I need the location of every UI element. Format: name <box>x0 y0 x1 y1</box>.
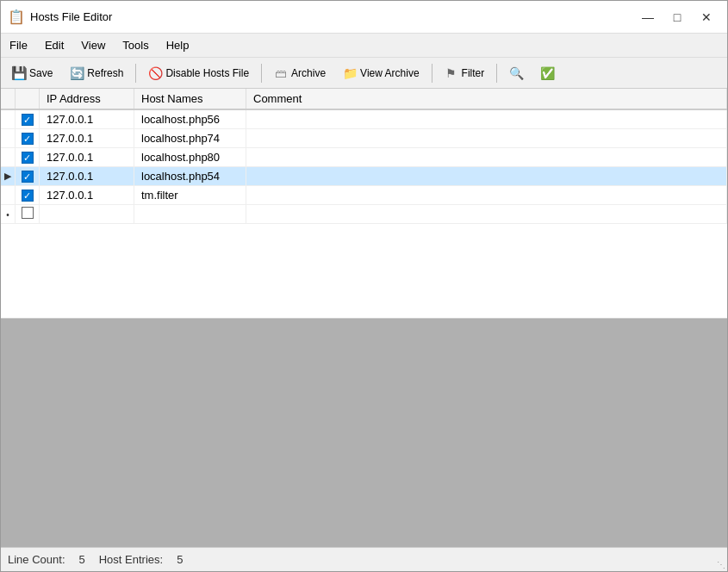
row-indicator-cell <box>1 186 16 205</box>
maximize-button[interactable]: □ <box>663 5 691 29</box>
row-hosts <box>134 205 246 224</box>
menu-view[interactable]: View <box>72 35 114 55</box>
table-row[interactable]: ✓127.0.0.1tm.filter <box>1 186 727 205</box>
filter-icon: ⚑ <box>445 66 458 80</box>
row-checkbox-cell: ✓ <box>16 167 40 186</box>
menu-tools[interactable]: Tools <box>114 35 157 55</box>
dot-indicator: • <box>6 210 9 220</box>
row-indicator-cell <box>1 109 16 129</box>
row-comment <box>246 186 727 205</box>
save-label: Save <box>29 67 53 79</box>
main-window: 📋 Hosts File Editor — □ ✕ File Edit View… <box>0 0 728 572</box>
title-bar: 📋 Hosts File Editor — □ ✕ <box>1 1 727 34</box>
refresh-icon: 🔄 <box>70 66 84 80</box>
close-button[interactable]: ✕ <box>693 5 720 29</box>
row-hosts: localhost.php80 <box>134 148 246 167</box>
row-hosts: tm.filter <box>134 186 246 205</box>
row-hosts: localhost.php54 <box>134 167 246 186</box>
refresh-label: Refresh <box>87 67 123 79</box>
line-count-value: 5 <box>79 553 85 566</box>
filter-button[interactable]: ⚑ Filter <box>437 61 493 85</box>
row-checkbox[interactable]: ✓ <box>22 133 34 145</box>
active-arrow-icon: ▶ <box>4 171 11 181</box>
monitor-icon: 🔍 <box>509 66 523 80</box>
row-checkbox[interactable]: ✓ <box>22 171 34 183</box>
row-ip: 127.0.0.1 <box>40 129 134 148</box>
table-row[interactable]: ▶✓127.0.0.1localhost.php54 <box>1 167 727 186</box>
menu-help[interactable]: Help <box>158 35 198 55</box>
row-comment <box>246 129 727 148</box>
row-ip <box>40 205 134 224</box>
row-comment <box>246 167 727 186</box>
disable-label: Disable Hosts File <box>165 67 249 79</box>
row-comment <box>246 109 727 129</box>
col-ip: IP Address <box>40 89 134 109</box>
table-row[interactable]: • <box>1 205 727 224</box>
row-checkbox[interactable]: ✓ <box>22 152 34 164</box>
table-container: IP Address Host Names Comment ✓127.0.0.1… <box>1 89 727 319</box>
minimize-button[interactable]: — <box>634 5 662 29</box>
save-button[interactable]: 💾 Save <box>4 61 60 85</box>
menu-bar: File Edit View Tools Help <box>1 34 727 58</box>
separator-3 <box>432 64 432 83</box>
status-bar: Line Count: 5 Host Entries: 5 <box>1 547 727 571</box>
col-comment: Comment <box>246 89 727 109</box>
filter-label: Filter <box>462 67 485 79</box>
archive-label: Archive <box>291 67 326 79</box>
window-controls: — □ ✕ <box>634 5 720 29</box>
row-checkbox[interactable]: ✓ <box>22 114 34 126</box>
empty-area <box>1 319 727 548</box>
row-checkbox-cell <box>16 205 40 224</box>
disable-button[interactable]: 🚫 Disable Hosts File <box>140 61 257 85</box>
row-comment <box>246 148 727 167</box>
row-ip: 127.0.0.1 <box>40 148 134 167</box>
save-icon: 💾 <box>12 66 26 80</box>
row-hosts: localhost.php74 <box>134 129 246 148</box>
menu-edit[interactable]: Edit <box>36 35 72 55</box>
separator-2 <box>261 64 262 83</box>
disable-icon: 🚫 <box>148 66 162 80</box>
row-checkbox-cell: ✓ <box>16 148 40 167</box>
row-indicator-cell <box>1 148 16 167</box>
row-indicator-cell: • <box>1 205 16 224</box>
view-archive-label: View Archive <box>360 67 419 79</box>
menu-file[interactable]: File <box>1 35 36 55</box>
separator-1 <box>135 64 136 83</box>
row-checkbox[interactable] <box>22 207 34 219</box>
check-button[interactable]: ✅ <box>532 61 562 85</box>
table-header-row: IP Address Host Names Comment <box>1 89 727 109</box>
row-comment <box>246 205 727 224</box>
row-ip: 127.0.0.1 <box>40 167 134 186</box>
table-row[interactable]: ✓127.0.0.1localhost.php80 <box>1 148 727 167</box>
resize-handle[interactable]: ⋱ <box>717 560 725 569</box>
row-hosts: localhost.php56 <box>134 109 246 129</box>
col-indicator <box>1 89 16 109</box>
refresh-button[interactable]: 🔄 Refresh <box>62 61 131 85</box>
col-hosts: Host Names <box>134 89 246 109</box>
col-enabled <box>16 89 40 109</box>
separator-4 <box>496 64 497 83</box>
check-icon: ✅ <box>540 66 554 80</box>
content-area: IP Address Host Names Comment ✓127.0.0.1… <box>1 89 727 547</box>
row-checkbox-cell: ✓ <box>16 129 40 148</box>
view-archive-icon: 📁 <box>343 66 357 80</box>
row-ip: 127.0.0.1 <box>40 109 134 129</box>
row-indicator-cell: ▶ <box>1 167 16 186</box>
host-entries-value: 5 <box>177 553 183 566</box>
row-checkbox-cell: ✓ <box>16 186 40 205</box>
host-entries-label: Host Entries: <box>99 553 163 566</box>
row-checkbox-cell: ✓ <box>16 109 40 129</box>
view-archive-button[interactable]: 📁 View Archive <box>335 61 426 85</box>
row-checkbox[interactable]: ✓ <box>22 190 34 202</box>
window-title: Hosts File Editor <box>30 10 634 23</box>
monitor-button[interactable]: 🔍 <box>501 61 531 85</box>
table-row[interactable]: ✓127.0.0.1localhost.php56 <box>1 109 727 129</box>
app-icon: 📋 <box>8 9 25 26</box>
hosts-table: IP Address Host Names Comment ✓127.0.0.1… <box>1 89 727 224</box>
row-ip: 127.0.0.1 <box>40 186 134 205</box>
table-row[interactable]: ✓127.0.0.1localhost.php74 <box>1 129 727 148</box>
toolbar: 💾 Save 🔄 Refresh 🚫 Disable Hosts File 🗃 … <box>1 58 727 89</box>
row-indicator-cell <box>1 129 16 148</box>
line-count-label: Line Count: <box>8 553 65 566</box>
archive-button[interactable]: 🗃 Archive <box>266 61 333 85</box>
